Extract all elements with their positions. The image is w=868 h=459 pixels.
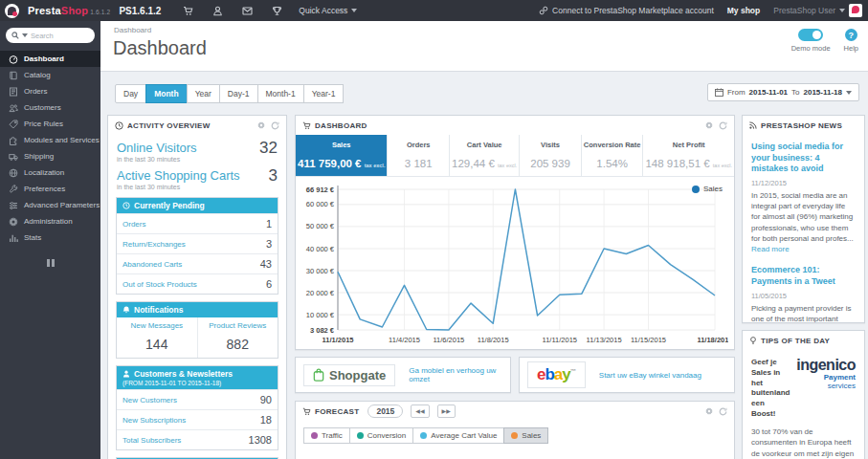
product-reviews-label: Product Reviews	[200, 321, 277, 330]
toggle-traffic[interactable]: Traffic	[303, 427, 350, 444]
quick-access-menu[interactable]: Quick Access	[299, 6, 357, 15]
online-visitors-link[interactable]: Online Visitors	[117, 141, 278, 155]
search-icon	[11, 32, 19, 39]
help-label: Help	[844, 44, 858, 53]
kpi-conversion-rate[interactable]: Conversion Rate 1.54%	[582, 135, 644, 176]
svg-text:11/18/2015: 11/18/2015	[697, 336, 728, 344]
sidebar-item-modules[interactable]: Modules and Services	[0, 132, 100, 148]
my-shop-link[interactable]: My shop	[727, 6, 760, 15]
cart-icon[interactable]	[183, 6, 193, 16]
pending-returns-link[interactable]: Return/Exchanges	[122, 240, 186, 249]
news-panel: PRESTASHOP NEWS Using social media for y…	[742, 115, 865, 323]
sidebar-item-administration[interactable]: Administration	[0, 213, 100, 230]
sidebar-item-customers[interactable]: Customers	[0, 99, 100, 116]
sidebar-item-orders[interactable]: Orders	[0, 83, 100, 99]
sidebar-item-advanced-parameters[interactable]: Advanced Parameters	[0, 197, 100, 213]
new-customers-link[interactable]: New Customers	[122, 396, 177, 404]
search-scope-caret-icon[interactable]	[22, 33, 28, 37]
pending-title: Currently Pending	[134, 201, 205, 210]
ebay-tm: ™	[570, 368, 576, 374]
gear-icon[interactable]	[705, 121, 713, 129]
sidebar-item-catalog[interactable]: Catalog	[0, 67, 100, 83]
total-subscribers-link[interactable]: Total Subscribers	[122, 436, 181, 445]
gear-icon[interactable]	[257, 121, 265, 129]
gear-icon[interactable]	[705, 407, 713, 415]
pending-orders-link[interactable]: Orders	[122, 220, 145, 229]
new-subscriptions-link[interactable]: New Subscriptions	[122, 416, 186, 425]
kpi-label: Cart Value	[452, 141, 517, 149]
customers-date-range: (FROM 2015-11-01 TO 2015-11-18)	[122, 380, 272, 386]
kpi-sales[interactable]: Sales 411 759,00 € tax excl.	[296, 135, 388, 176]
sidebar-collapse-button[interactable]	[46, 259, 56, 267]
chart-legend[interactable]: Sales	[692, 185, 723, 193]
customers-title: Customers & Newsletters	[134, 369, 233, 379]
toggle-sales[interactable]: Sales	[503, 427, 548, 444]
middle-column: DASHBOARD Sales 411 759,00 € tax excl. O…	[295, 115, 735, 459]
sidebar-item-preferences[interactable]: Preferences	[0, 181, 100, 197]
range-button-day[interactable]: Day	[115, 84, 146, 103]
toggle-on-icon[interactable]	[798, 29, 823, 41]
refresh-icon[interactable]	[271, 121, 279, 130]
brand-name: PrestaShop1.6.1.2	[28, 5, 110, 16]
article-title-link[interactable]: Using social media for your business: 4 …	[751, 142, 856, 175]
ebay-link[interactable]: Start uw eBay winkel vandaag	[599, 371, 701, 380]
employee-icon[interactable]	[212, 6, 223, 16]
shopgate-link[interactable]: Ga mobiel en verhoog uw omzet	[409, 366, 502, 383]
new-subscriptions-row: New Subscriptions 18	[117, 409, 278, 429]
shopgate-brand: Shopgate	[329, 368, 386, 382]
kpi-label: Conversion Rate	[584, 141, 641, 149]
svg-text:11/8/2015: 11/8/2015	[478, 336, 509, 344]
bell-icon	[122, 306, 130, 314]
active-carts-link[interactable]: Active Shopping Carts	[117, 168, 278, 183]
kpi-label: Sales	[298, 141, 385, 149]
dashboard-body: Day Month Year Day-1 Month-1 Year-1 From…	[100, 72, 868, 459]
toggle-average-cart-value[interactable]: Average Cart Value	[412, 427, 504, 444]
kpi-orders[interactable]: Orders 3 181	[388, 135, 450, 176]
search-input[interactable]	[31, 32, 86, 40]
article-excerpt: In 2015, social media are an integral pa…	[751, 191, 854, 243]
trophy-icon[interactable]	[272, 6, 282, 16]
range-button-day-1[interactable]: Day-1	[219, 84, 258, 103]
legend-label: Sales	[703, 185, 723, 193]
ebay-logo: ebay™	[527, 361, 586, 388]
marketplace-link[interactable]: Connect to PrestaShop Marketplace accoun…	[539, 6, 714, 15]
sidebar-item-stats[interactable]: Stats	[0, 230, 100, 246]
mail-icon[interactable]	[242, 6, 253, 16]
date-range-picker[interactable]: From 2015-11-01 To 2015-11-18	[707, 83, 859, 101]
pending-row-abandoned: Abandoned Carts 43	[117, 253, 278, 273]
svg-text:11/6/2015: 11/6/2015	[433, 336, 464, 344]
toggle-conversion[interactable]: Conversion	[349, 427, 413, 444]
range-button-month-1[interactable]: Month-1	[257, 84, 304, 103]
abandoned-carts-link[interactable]: Abandoned Carts	[122, 260, 182, 269]
user-menu[interactable]: PrestaShop User	[773, 4, 862, 17]
refresh-icon[interactable]	[719, 121, 727, 130]
sidebar-search[interactable]	[6, 28, 95, 43]
read-more-link[interactable]: Read more	[751, 245, 790, 253]
range-button-month[interactable]: Month	[145, 84, 188, 103]
range-button-year[interactable]: Year	[187, 84, 220, 103]
help-button[interactable]: ? Help	[844, 29, 858, 53]
out-of-stock-link[interactable]: Out of Stock Products	[122, 280, 197, 289]
sidebar-nav: Dashboard Catalog Orders Customers Price…	[0, 21, 100, 459]
refresh-icon[interactable]	[719, 407, 727, 416]
previous-year-button[interactable]: ◀◀	[411, 404, 429, 418]
article-title-link[interactable]: Ecommerce 101: Payments in a Tweet	[751, 265, 856, 287]
next-year-button[interactable]: ▶▶	[437, 404, 456, 418]
sidebar-item-price-rules[interactable]: Price Rules	[0, 116, 100, 132]
kpi-visits[interactable]: Visits 205 939	[520, 135, 582, 176]
sales-chart[interactable]: 11/1/201511/4/201511/6/201511/8/201511/1…	[298, 181, 728, 347]
article-date: 11/05/2015	[751, 292, 856, 300]
demo-mode-toggle[interactable]: Demo mode	[791, 29, 831, 53]
sidebar-item-shipping[interactable]: Shipping	[0, 148, 100, 164]
new-messages-cell[interactable]: New Messages 144	[117, 317, 197, 358]
kpi-net-profit[interactable]: Net Profit 148 918,51 € tax excl.	[643, 135, 734, 176]
sidebar-item-dashboard[interactable]: Dashboard	[0, 51, 100, 67]
range-button-year-1[interactable]: Year-1	[303, 84, 345, 103]
kpi-cart-value[interactable]: Cart Value 129,44 € tax excl.	[450, 135, 520, 176]
sidebar-item-localization[interactable]: Localization	[0, 164, 100, 181]
product-reviews-cell[interactable]: Product Reviews 882	[197, 317, 278, 358]
pending-row-outofstock: Out of Stock Products 6	[117, 273, 278, 294]
forecast-year[interactable]: 2015	[367, 404, 403, 418]
prestashop-admin: PrestaShop1.6.1.2 PS1.6.1.2 Quick Access	[0, 0, 868, 459]
kpi-label: Net Profit	[645, 141, 732, 149]
